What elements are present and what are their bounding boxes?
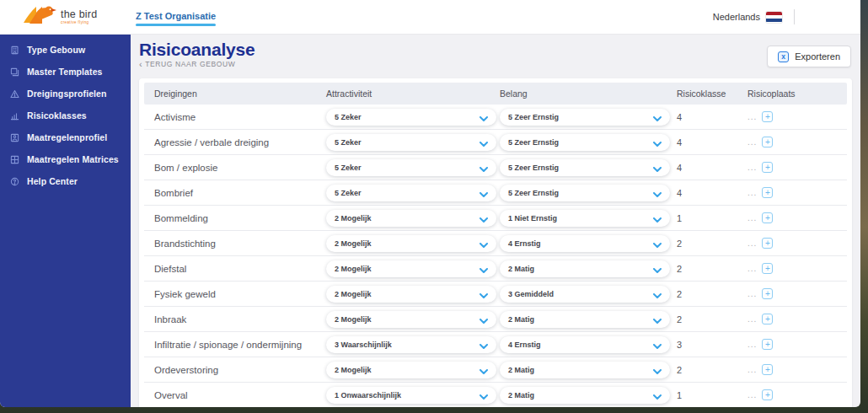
org-tab[interactable]: Z Test Organisatie bbox=[136, 11, 216, 21]
back-link-label: TERUG NAAR GEBOUW bbox=[145, 60, 235, 68]
chevron-down-icon bbox=[653, 135, 662, 150]
chevron-down-icon bbox=[480, 211, 488, 226]
topbar: the bird creative flying Z Test Organisa… bbox=[0, 0, 860, 35]
back-link[interactable]: ‹ TERUG NAAR GEBOUW bbox=[139, 60, 255, 68]
attractiviteit-select[interactable]: 5 Zeker bbox=[326, 134, 496, 151]
chevron-down-icon bbox=[480, 287, 488, 302]
belang-select[interactable]: 2 Matig bbox=[500, 387, 670, 404]
topbar-divider bbox=[794, 9, 795, 24]
add-risicoplaats-button[interactable]: + bbox=[762, 212, 773, 223]
bird-logo-icon bbox=[23, 4, 56, 30]
table-row: Ordeverstoring 2 Mogelijk 2 Matig 2 ... … bbox=[144, 357, 847, 383]
belang-select[interactable]: 2 Matig bbox=[500, 260, 670, 277]
dreiging-label: Fysiek geweld bbox=[154, 289, 326, 299]
sidebar-item-type-gebouw[interactable]: Type Gebouw bbox=[0, 39, 131, 61]
attractiviteit-select[interactable]: 2 Mogelijk bbox=[326, 311, 496, 328]
risicoplaats-ellipsis: ... bbox=[747, 266, 757, 271]
attractiviteit-select[interactable]: 5 Zeker bbox=[326, 185, 496, 201]
risicoplaats-ellipsis: ... bbox=[747, 393, 757, 398]
add-risicoplaats-button[interactable]: + bbox=[762, 187, 773, 198]
risicoplaats-ellipsis: ... bbox=[747, 140, 757, 145]
risicoklasse-value: 2 bbox=[677, 289, 747, 299]
attractiviteit-select[interactable]: 2 Mogelijk bbox=[326, 260, 496, 277]
table-body: Activisme 5 Zeker 5 Zeer Ernstig 4 ... + bbox=[144, 105, 847, 407]
belang-select[interactable]: 4 Ernstig bbox=[500, 235, 670, 252]
sidebar-item-dreigingsprofielen[interactable]: Dreigingsprofielen bbox=[0, 83, 131, 105]
export-button[interactable]: x Exporteren bbox=[767, 46, 851, 67]
add-risicoplaats-button[interactable]: + bbox=[762, 288, 773, 299]
risicoklasse-value: 1 bbox=[677, 390, 747, 400]
app-logo: the bird creative flying bbox=[0, 4, 131, 30]
logo-name: the bird bbox=[61, 9, 97, 20]
table-row: Agressie / verbale dreiging 5 Zeker 5 Ze… bbox=[144, 130, 847, 155]
risicoklasse-value: 4 bbox=[677, 163, 747, 173]
belang-select[interactable]: 1 Niet Ernstig bbox=[500, 210, 670, 227]
attractiviteit-select[interactable]: 2 Mogelijk bbox=[326, 210, 496, 227]
belang-select[interactable]: 3 Gemiddeld bbox=[500, 286, 670, 303]
language-selector[interactable]: Nederlands bbox=[713, 12, 782, 23]
sidebar: Type Gebouw Master Templates Dreigingspr… bbox=[0, 35, 131, 407]
attractiviteit-select[interactable]: 5 Zeker bbox=[326, 109, 496, 126]
attractiviteit-select[interactable]: 5 Zeker bbox=[326, 159, 496, 176]
belang-select[interactable]: 5 Zeer Ernstig bbox=[500, 159, 670, 176]
table-row: Bombrief 5 Zeker 5 Zeer Ernstig 4 ... + bbox=[144, 180, 847, 206]
add-risicoplaats-button[interactable]: + bbox=[762, 339, 773, 350]
risicoplaats-ellipsis: ... bbox=[747, 241, 757, 246]
belang-select[interactable]: 2 Matig bbox=[500, 362, 670, 378]
chevron-down-icon bbox=[653, 312, 662, 327]
add-risicoplaats-button[interactable]: + bbox=[762, 238, 773, 249]
column-header-risicoklasse: Risicoklasse bbox=[677, 88, 747, 99]
risicoplaats-ellipsis: ... bbox=[747, 115, 757, 120]
app-window: the bird creative flying Z Test Organisa… bbox=[0, 0, 860, 407]
attractiviteit-select[interactable]: 1 Onwaarschijnlijk bbox=[326, 387, 496, 404]
table-row: Diefstal 2 Mogelijk 2 Matig 2 ... + bbox=[144, 256, 847, 282]
dreiging-label: Ordeverstoring bbox=[154, 365, 326, 375]
risk-table-card: Dreigingen Attractiviteit Belang Risicok… bbox=[139, 78, 852, 407]
dreiging-label: Activisme bbox=[154, 112, 326, 122]
sidebar-item-maatregelenprofiel[interactable]: Maatregelenprofiel bbox=[0, 126, 131, 148]
risicoplaats-ellipsis: ... bbox=[747, 292, 757, 297]
sidebar-item-master-templates[interactable]: Master Templates bbox=[0, 61, 131, 83]
sidebar-item-maatregelen-matrices[interactable]: Maatregelen Matrices bbox=[0, 148, 131, 170]
attractiviteit-select[interactable]: 2 Mogelijk bbox=[326, 286, 496, 303]
chevron-down-icon bbox=[480, 160, 488, 175]
dreiging-label: Infiltratie / spionage / ondermijning bbox=[154, 340, 326, 350]
sidebar-item-risicoklasses[interactable]: Risicoklasses bbox=[0, 105, 131, 126]
attractiviteit-select[interactable]: 3 Waarschijnlijk bbox=[326, 336, 496, 353]
belang-select[interactable]: 5 Zeer Ernstig bbox=[500, 109, 670, 126]
belang-select[interactable]: 4 Ernstig bbox=[500, 336, 670, 353]
column-header-dreigingen: Dreigingen bbox=[154, 88, 326, 99]
add-risicoplaats-button[interactable]: + bbox=[762, 137, 773, 148]
chevron-down-icon bbox=[653, 287, 662, 302]
dutch-flag-icon bbox=[766, 12, 782, 23]
sidebar-item-help-center[interactable]: Help Center bbox=[0, 170, 131, 192]
chevron-down-icon bbox=[480, 185, 488, 201]
add-risicoplaats-button[interactable]: + bbox=[762, 162, 773, 173]
column-header-attractiviteit: Attractiviteit bbox=[326, 88, 500, 99]
page-title: Risicoanalyse bbox=[139, 40, 255, 59]
dreiging-label: Diefstal bbox=[154, 264, 326, 274]
chevron-down-icon bbox=[480, 312, 488, 327]
chevron-down-icon bbox=[480, 362, 488, 378]
add-risicoplaats-button[interactable]: + bbox=[762, 389, 773, 400]
attractiviteit-select[interactable]: 2 Mogelijk bbox=[326, 362, 496, 378]
add-risicoplaats-button[interactable]: + bbox=[762, 111, 773, 122]
attractiviteit-select[interactable]: 2 Mogelijk bbox=[326, 235, 496, 252]
add-risicoplaats-button[interactable]: + bbox=[762, 314, 773, 324]
risicoplaats-ellipsis: ... bbox=[747, 165, 757, 170]
column-header-risicoplaats: Risicoplaats bbox=[747, 88, 847, 99]
table-row: Bommelding 2 Mogelijk 1 Niet Ernstig 1 .… bbox=[144, 206, 847, 231]
language-label: Nederlands bbox=[713, 12, 760, 22]
belang-select[interactable]: 5 Zeer Ernstig bbox=[500, 134, 670, 151]
add-risicoplaats-button[interactable]: + bbox=[762, 364, 773, 375]
risicoklasse-value: 2 bbox=[677, 365, 747, 375]
belang-select[interactable]: 2 Matig bbox=[500, 311, 670, 328]
belang-select[interactable]: 5 Zeer Ernstig bbox=[500, 185, 670, 201]
risicoklasse-value: 4 bbox=[677, 112, 747, 122]
chevron-down-icon bbox=[653, 185, 662, 201]
column-header-belang: Belang bbox=[500, 88, 677, 99]
add-risicoplaats-button[interactable]: + bbox=[762, 263, 773, 274]
templates-icon bbox=[10, 67, 19, 77]
table-row: Activisme 5 Zeker 5 Zeer Ernstig 4 ... + bbox=[144, 105, 847, 130]
chevron-down-icon bbox=[480, 135, 488, 150]
